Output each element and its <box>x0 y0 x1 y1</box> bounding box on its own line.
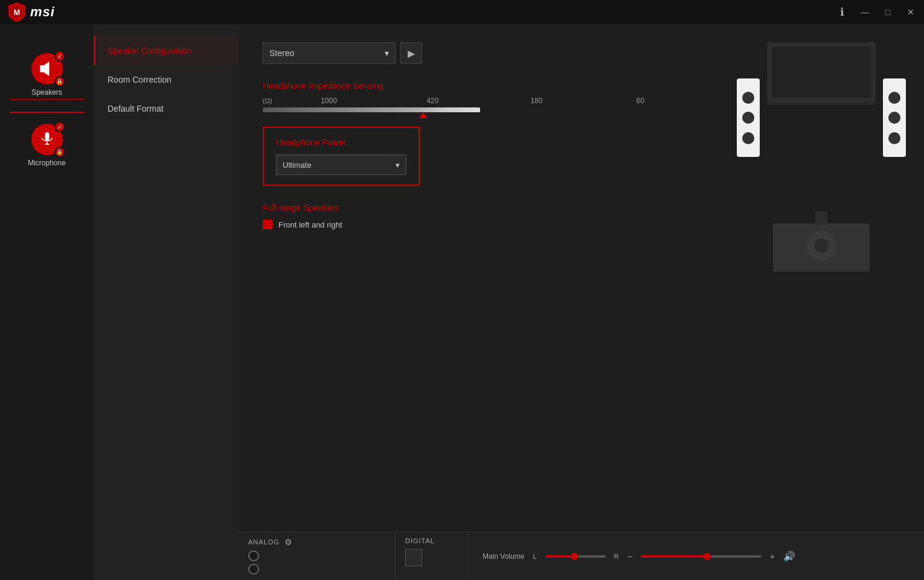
speakers-check-badge <box>54 51 65 62</box>
nav-item-default-format[interactable]: Default Format <box>94 94 239 123</box>
digital-connector <box>405 549 422 566</box>
nav-item-room-correction[interactable]: Room Correction <box>94 65 239 94</box>
speaker-left-dot-3 <box>742 132 754 144</box>
left-balance-fill <box>545 555 571 558</box>
nav-panel: Speaker Configuration Room Correction De… <box>94 24 239 580</box>
vol-right-label: R <box>614 553 619 560</box>
jack-row-2 <box>248 564 385 575</box>
analog-jacks <box>248 550 385 575</box>
jack-row-1 <box>248 550 385 561</box>
analog-label: ANALOG <box>248 538 280 546</box>
speaker-mute-icon[interactable]: 🔊 <box>783 550 795 562</box>
microphone-icon <box>39 131 56 148</box>
speaker-left-dot-2 <box>742 112 754 124</box>
left-balance-thumb <box>571 553 578 560</box>
bottom-bar: ANALOG ⚙ DIGITAL Main Volume L R − <box>239 532 924 580</box>
microphone-icon-circle <box>31 124 63 155</box>
stereo-chevron-icon: ▾ <box>385 48 389 58</box>
svg-text:M: M <box>14 8 20 17</box>
impedance-marker <box>419 112 428 118</box>
impedance-label-2: 180 <box>484 97 588 105</box>
stereo-value: Stereo <box>269 48 294 58</box>
volume-plus-button[interactable]: + <box>770 552 775 561</box>
nav-item-speaker-config[interactable]: Speaker Configuration <box>94 36 239 65</box>
titlebar-controls: ℹ — □ ✕ <box>836 6 917 18</box>
stereo-play-button[interactable]: ▶ <box>400 42 422 64</box>
main-volume-fill <box>641 555 707 558</box>
speaker-right <box>883 78 906 157</box>
speakers-divider <box>10 99 85 100</box>
analog-section-title: ANALOG ⚙ <box>248 537 385 547</box>
analog-gear-icon[interactable]: ⚙ <box>284 537 294 547</box>
vol-left-label: L <box>533 553 536 560</box>
speaker-diagram <box>737 42 906 272</box>
microphone-check-badge <box>54 121 65 132</box>
minimize-button[interactable]: — <box>859 6 871 18</box>
speaker-left-dot-1 <box>742 92 754 104</box>
play-icon: ▶ <box>408 48 415 59</box>
microphone-lock-badge <box>54 147 65 158</box>
speaker-right-dot-2 <box>888 112 900 124</box>
speaker-right-dot-3 <box>888 132 900 144</box>
sidebar: Speakers Microphone <box>0 24 94 580</box>
sidebar-item-microphone[interactable]: Microphone <box>0 113 94 178</box>
maximize-button[interactable]: □ <box>882 6 894 18</box>
svg-rect-1 <box>40 65 43 72</box>
main-volume-slider-wrap <box>641 555 762 558</box>
subwoofer-cone <box>806 231 836 261</box>
headphone-power-value: Ultimate <box>283 161 312 170</box>
speakers-lock-badge <box>54 76 65 87</box>
left-balance-slider[interactable] <box>545 555 606 558</box>
brand-name: msi <box>30 4 55 20</box>
microphone-label: Microphone <box>28 159 66 167</box>
headphone-power-chevron-icon: ▾ <box>396 161 400 170</box>
speakers-icon-circle <box>31 53 63 84</box>
main-volume-thumb <box>704 553 711 560</box>
impedance-unit: (Ω) <box>263 97 272 104</box>
fullrange-label: Front left and right <box>278 220 342 229</box>
bottom-analog: ANALOG ⚙ <box>239 532 396 580</box>
monitor-display <box>767 42 876 103</box>
digital-section-title: DIGITAL <box>405 537 458 544</box>
main-content: Stereo ▾ ▶ Headphone Impedance Sensing (… <box>239 24 924 532</box>
svg-rect-3 <box>45 132 49 140</box>
fullrange-checkbox[interactable] <box>263 220 272 229</box>
digital-label: DIGITAL <box>405 537 435 544</box>
speaker-right-dot-1 <box>888 92 900 104</box>
monitor-screen <box>772 47 871 98</box>
subwoofer-center <box>814 238 829 253</box>
impedance-bar-wrap <box>263 107 480 112</box>
msi-shield-icon: M <box>7 2 27 22</box>
monitor-stand <box>815 211 827 223</box>
speakers-label: Speakers <box>31 88 62 97</box>
close-button[interactable]: ✕ <box>905 6 917 18</box>
bottom-volume: Main Volume L R − + 🔊 <box>468 532 924 580</box>
titlebar: M msi ℹ — □ ✕ <box>0 0 924 24</box>
stereo-dropdown[interactable]: Stereo ▾ <box>263 42 396 64</box>
volume-label: Main Volume <box>483 552 524 561</box>
impedance-bar <box>263 107 480 112</box>
main-volume-slider[interactable] <box>641 555 762 558</box>
info-button[interactable]: ℹ <box>836 6 848 18</box>
speaker-left <box>737 78 760 157</box>
speaker-icon <box>39 60 56 77</box>
msi-logo: M msi <box>7 2 55 22</box>
titlebar-left: M msi <box>7 2 55 22</box>
impedance-label-1: 420 <box>380 97 484 105</box>
headphone-power-dropdown[interactable]: Ultimate ▾ <box>276 155 406 175</box>
subwoofer <box>773 223 870 272</box>
jack-circle-2 <box>248 564 259 575</box>
monitor-base <box>767 103 876 105</box>
jack-circle-1 <box>248 550 259 561</box>
headphone-power-box: Headphone Power Ultimate ▾ <box>263 127 420 186</box>
impedance-label-3: 60 <box>588 97 692 105</box>
headphone-power-title: Headphone Power <box>276 138 406 147</box>
svg-marker-2 <box>43 62 49 75</box>
bottom-digital: DIGITAL <box>396 532 468 580</box>
volume-minus-button[interactable]: − <box>627 552 632 561</box>
sidebar-item-speakers[interactable]: Speakers <box>0 42 94 113</box>
impedance-label-0: 1000 <box>277 97 381 105</box>
